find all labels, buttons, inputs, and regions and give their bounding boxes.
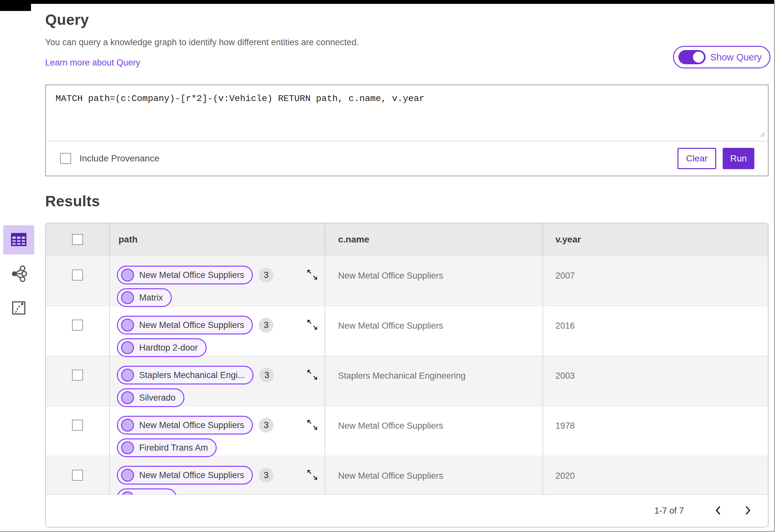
graph-node-icon [121, 441, 134, 454]
page-title: Query [45, 11, 769, 28]
column-header-cname: c.name [325, 223, 543, 256]
run-button[interactable]: Run [723, 148, 754, 169]
table-row: New Metal Office Suppliers 3 Hardtop 2-d… [46, 306, 768, 356]
path-node-pill[interactable]: New Metal Office Suppliers [117, 316, 253, 334]
cname-cell: New Metal Office Suppliers [325, 406, 543, 457]
results-table-card: path c.name v.year New Metal Office Supp… [45, 223, 769, 527]
row-checkbox[interactable] [72, 420, 83, 431]
next-page-button[interactable] [739, 503, 756, 519]
edge-count-badge: 3 [259, 468, 273, 483]
graph-node-icon [121, 369, 134, 382]
row-checkbox[interactable] [72, 270, 83, 281]
row-checkbox[interactable] [72, 370, 83, 381]
path-node-pill[interactable]: Matrix [117, 288, 172, 307]
path-node-pill[interactable]: Silverado [117, 388, 184, 407]
query-editor-card: MATCH path=(c:Company)-[r*2]-(v:Vehicle)… [45, 85, 769, 176]
graph-node-icon [121, 269, 134, 281]
graph-node-icon [121, 291, 134, 304]
edge-count-badge: 3 [259, 318, 273, 333]
graph-node-icon [121, 391, 134, 404]
learn-more-link[interactable]: Learn more about Query [45, 58, 140, 68]
view-item-graph[interactable] [3, 260, 34, 289]
show-query-toggle[interactable]: Show Query [673, 46, 770, 68]
view-switcher [3, 225, 34, 323]
vyear-cell: 1978 [543, 406, 768, 457]
vyear-cell: 2007 [543, 256, 768, 307]
clear-button[interactable]: Clear [678, 148, 716, 169]
textarea-resize-handle-icon[interactable] [758, 129, 766, 139]
path-node-pill[interactable]: Ranger [117, 488, 177, 495]
expand-diagonal-arrows-icon[interactable] [306, 268, 319, 282]
include-provenance-label: Include Provenance [79, 153, 159, 164]
path-node-label: Ranger [139, 493, 168, 495]
show-query-label: Show Query [710, 52, 762, 63]
edge-count-badge: 3 [259, 268, 273, 282]
pagination-range-label: 1-7 of 7 [654, 506, 684, 516]
page-description: You can query a knowledge graph to ident… [45, 37, 769, 47]
path-node-label: New Metal Office Suppliers [139, 470, 244, 480]
graph-node-icon [121, 319, 134, 332]
previous-page-button[interactable] [710, 503, 727, 519]
include-provenance-option[interactable]: Include Provenance [60, 153, 159, 164]
query-editor-footer: Include Provenance Clear Run [46, 141, 768, 176]
cname-cell: New Metal Office Suppliers [325, 456, 543, 495]
view-item-map[interactable] [3, 294, 34, 323]
graph-node-icon [121, 469, 134, 482]
table-body: New Metal Office Suppliers 3 Matrix New … [46, 256, 768, 495]
vyear-cell: 2003 [543, 356, 768, 407]
path-node-pill[interactable]: Firebird Trans Am [117, 438, 217, 457]
path-node-label: Firebird Trans Am [139, 443, 208, 453]
path-node-pill[interactable]: New Metal Office Suppliers [117, 466, 253, 485]
path-node-label: New Metal Office Suppliers [139, 320, 244, 330]
path-node-label: Staplers Mechanical Engi... [139, 370, 245, 380]
edge-count-badge: 3 [259, 368, 274, 383]
table-row: New Metal Office Suppliers 3 Ranger New … [46, 456, 768, 495]
column-header-vyear: v.year [543, 223, 768, 256]
row-checkbox[interactable] [72, 470, 83, 481]
top-black-bar [0, 0, 775, 4]
expand-diagonal-arrows-icon[interactable] [306, 418, 319, 433]
graph-node-icon [121, 419, 134, 432]
query-text: MATCH path=(c:Company)-[r*2]-(v:Vehicle)… [56, 94, 758, 104]
toggle-on-icon [678, 50, 706, 64]
view-item-table[interactable] [3, 225, 34, 254]
chevron-right-icon [744, 505, 752, 517]
vyear-cell: 2016 [543, 306, 768, 357]
path-node-pill[interactable]: New Metal Office Suppliers [117, 416, 253, 435]
path-node-pill[interactable]: Hardtop 2-door [117, 338, 207, 357]
chevron-left-icon [714, 505, 722, 517]
top-left-black-block [0, 0, 31, 11]
path-node-pill[interactable]: New Metal Office Suppliers [117, 266, 253, 284]
graph-node-icon [121, 491, 134, 495]
select-all-checkbox[interactable] [72, 234, 83, 245]
expand-diagonal-arrows-icon[interactable] [306, 468, 319, 483]
path-node-pill[interactable]: Staplers Mechanical Engi... [117, 366, 253, 384]
expand-diagonal-arrows-icon[interactable] [306, 368, 319, 383]
expand-diagonal-arrows-icon[interactable] [306, 318, 319, 333]
table-icon [9, 230, 28, 250]
include-provenance-checkbox[interactable] [60, 153, 71, 164]
map-route-icon [11, 300, 27, 317]
path-node-label: New Metal Office Suppliers [139, 420, 244, 430]
cname-cell: Staplers Mechanical Engineering [325, 356, 543, 407]
edge-count-badge: 3 [259, 418, 273, 433]
vyear-cell: 2020 [543, 456, 768, 495]
path-node-label: Matrix [139, 293, 163, 303]
path-node-label: New Metal Office Suppliers [139, 270, 244, 280]
row-checkbox[interactable] [72, 320, 83, 331]
results-title: Results [45, 192, 769, 210]
table-pagination: 1-7 of 7 [46, 495, 768, 527]
query-textarea[interactable]: MATCH path=(c:Company)-[r*2]-(v:Vehicle)… [46, 85, 768, 141]
table-header-row: path c.name v.year [46, 223, 768, 256]
cname-cell: New Metal Office Suppliers [325, 306, 543, 357]
table-row: New Metal Office Suppliers 3 Firebird Tr… [46, 406, 768, 456]
graph-node-icon [121, 341, 134, 354]
network-graph-icon [10, 265, 27, 283]
table-row: Staplers Mechanical Engi... 3 Silverado … [46, 356, 768, 406]
path-node-label: Hardtop 2-door [139, 343, 198, 353]
path-node-label: Silverado [139, 393, 176, 403]
table-row: New Metal Office Suppliers 3 Matrix New … [46, 256, 768, 306]
cname-cell: New Metal Office Suppliers [325, 256, 543, 307]
column-header-path: path [110, 223, 325, 256]
